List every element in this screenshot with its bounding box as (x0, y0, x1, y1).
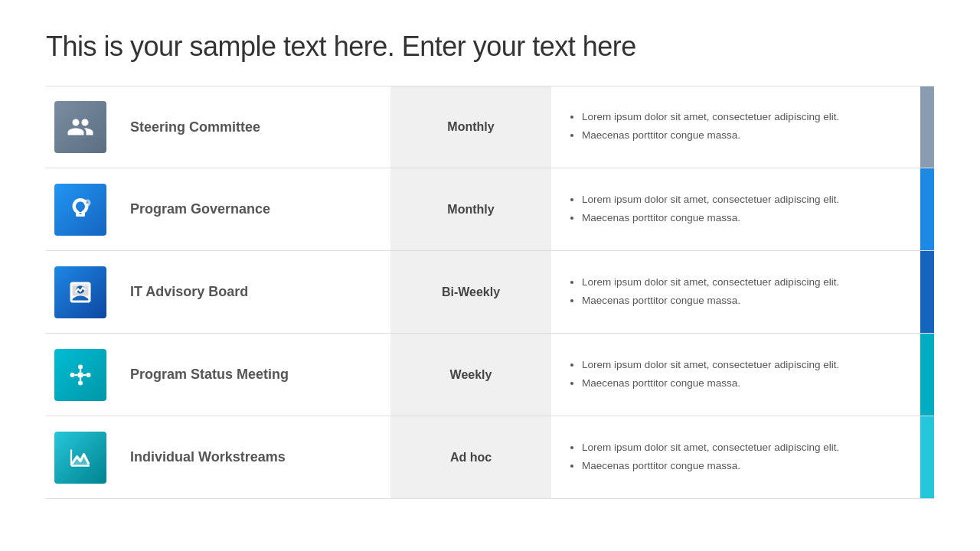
frequency-cell: Bi-Weekly (390, 251, 551, 333)
icon-cell (46, 251, 115, 333)
table-row-program-status-meeting: Program Status Meeting Weekly Lorem ipsu… (46, 334, 934, 416)
group-icon (54, 101, 106, 153)
table-row-program-governance: Program Governance Monthly Lorem ipsum d… (46, 168, 934, 251)
description-item: Lorem ipsum dolor sit amet, consectetuer… (582, 357, 839, 373)
name-cell: IT Advisory Board (115, 251, 390, 333)
description-item: Maecenas porttitor congue massa. (582, 458, 839, 474)
icon-cell (46, 168, 115, 250)
description-item: Lorem ipsum dolor sit amet, consectetuer… (582, 109, 839, 126)
bar-cell (920, 168, 934, 250)
icon-cell (46, 416, 115, 498)
svg-point-4 (70, 373, 75, 377)
table-row-it-advisory-board: IT Advisory Board Bi-Weekly Lorem ipsum … (46, 251, 934, 334)
svg-point-3 (77, 372, 83, 378)
governance-table: Steering Committee Monthly Lorem ipsum d… (46, 86, 934, 499)
bar-cell (920, 416, 934, 498)
description-cell: Lorem ipsum dolor sit amet, consectetuer… (551, 168, 920, 250)
color-bar (920, 168, 934, 250)
bar-cell (920, 334, 934, 416)
table-row-steering-committee: Steering Committee Monthly Lorem ipsum d… (46, 86, 934, 168)
chart-icon (54, 432, 106, 484)
network-icon (54, 349, 106, 401)
description-cell: Lorem ipsum dolor sit amet, consectetuer… (551, 416, 920, 498)
color-bar (920, 86, 934, 168)
name-cell: Program Status Meeting (115, 334, 390, 416)
description-item: Maecenas porttitor congue massa. (582, 127, 839, 144)
icon-cell (46, 86, 115, 168)
icon-cell (46, 334, 115, 416)
table-row-individual-workstreams: Individual Workstreams Ad hoc Lorem ipsu… (46, 416, 934, 499)
description-item: Lorem ipsum dolor sit amet, consectetuer… (582, 274, 839, 291)
description-item: Maecenas porttitor congue massa. (582, 292, 839, 309)
presentation-icon (54, 266, 106, 318)
brain-gear-icon (54, 184, 106, 236)
description-cell: Lorem ipsum dolor sit amet, consectetuer… (551, 86, 920, 168)
bar-cell (920, 86, 934, 168)
color-bar (920, 251, 934, 333)
name-cell: Program Governance (115, 168, 390, 250)
svg-point-6 (78, 364, 83, 369)
svg-point-5 (87, 373, 91, 377)
frequency-cell: Weekly (390, 334, 551, 416)
svg-point-7 (78, 380, 83, 385)
name-cell: Steering Committee (115, 86, 390, 168)
page-title: This is your sample text here. Enter you… (46, 31, 934, 63)
description-item: Maecenas porttitor congue massa. (582, 375, 839, 392)
frequency-cell: Ad hoc (390, 416, 551, 498)
color-bar (920, 416, 934, 498)
bar-cell (920, 251, 934, 333)
frequency-cell: Monthly (390, 86, 551, 168)
name-cell: Individual Workstreams (115, 416, 390, 498)
description-cell: Lorem ipsum dolor sit amet, consectetuer… (551, 334, 920, 416)
description-item: Lorem ipsum dolor sit amet, consectetuer… (582, 191, 839, 208)
description-item: Maecenas porttitor congue massa. (582, 210, 839, 227)
frequency-cell: Monthly (390, 168, 551, 250)
description-item: Lorem ipsum dolor sit amet, consectetuer… (582, 439, 839, 456)
color-bar (920, 334, 934, 416)
description-cell: Lorem ipsum dolor sit amet, consectetuer… (551, 251, 920, 333)
